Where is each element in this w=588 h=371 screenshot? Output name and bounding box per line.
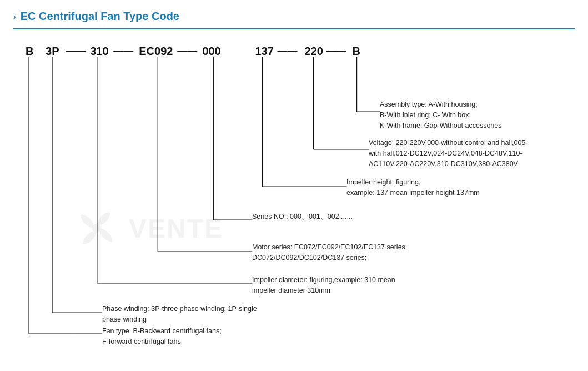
annotation-assembly-type: Assembly type: A-With housing;B-With inl… [380, 99, 502, 131]
annotation-phase-winding-label: Phase winding: [102, 305, 151, 313]
svg-text:220: 220 [305, 45, 323, 57]
svg-text:000: 000 [202, 45, 220, 57]
svg-text:——: —— [113, 45, 133, 56]
annotation-fan-type-label: Fan type: [102, 327, 133, 335]
watermark-text: VENTE [129, 213, 223, 244]
annotation-assembly-type-label: Assembly type: [380, 101, 429, 108]
title-row: › EC Centrifugal Fan Type Code [13, 10, 575, 23]
svg-text:——: —— [326, 45, 346, 56]
annotation-impeller-height-label: Impeller height: [346, 178, 396, 186]
annotation-series-no-label: Series NO.: [252, 213, 290, 220]
annotation-impeller-height: Impeller height: figuring,example: 137 m… [346, 177, 480, 198]
diagram-area: VENTE B 3P —— 310 —— EC092 —— 000 137 —— [13, 39, 575, 350]
annotation-impeller-diameter: Impeller diameter: figuring,example: 310… [252, 275, 395, 296]
title-chevron-icon: › [13, 12, 16, 21]
annotation-voltage: Voltage: 220-220V,000-without control an… [369, 138, 528, 169]
svg-text:B: B [26, 45, 33, 57]
annotation-motor-series: Motor series: EC072/EC092/EC102/EC137 se… [252, 242, 407, 263]
annotation-series-no: Series NO.: 000、001、002 ...... [252, 212, 353, 222]
annotation-series-no-text: 000、001、002 ...... [290, 213, 353, 220]
annotation-impeller-diameter-label: Impeller diameter: [252, 276, 310, 284]
svg-point-0 [92, 224, 101, 233]
annotation-fan-type: Fan type: B-Backward centrifugal fans;F-… [102, 326, 222, 347]
title-divider [13, 28, 575, 29]
diagram-lines-svg: B 3P —— 310 —— EC092 —— 000 137 —— 220 —… [13, 39, 575, 350]
annotation-motor-series-label: Motor series: [252, 243, 294, 251]
page-container: › EC Centrifugal Fan Type Code VENTE B 3… [0, 0, 588, 371]
svg-text:B: B [353, 45, 360, 57]
page-title: EC Centrifugal Fan Type Code [21, 10, 179, 23]
svg-text:3P: 3P [46, 45, 59, 57]
watermark: VENTE [69, 200, 223, 256]
watermark-fan-icon [69, 200, 124, 256]
svg-text:——: —— [277, 45, 297, 56]
annotation-phase-winding: Phase winding: 3P-three phase winding; 1… [102, 304, 257, 325]
annotation-voltage-label: Voltage: [369, 139, 396, 147]
svg-text:——: —— [177, 45, 197, 56]
svg-text:137: 137 [255, 45, 273, 57]
svg-text:EC092: EC092 [139, 45, 173, 57]
svg-text:——: —— [66, 45, 86, 56]
svg-text:310: 310 [90, 45, 108, 57]
